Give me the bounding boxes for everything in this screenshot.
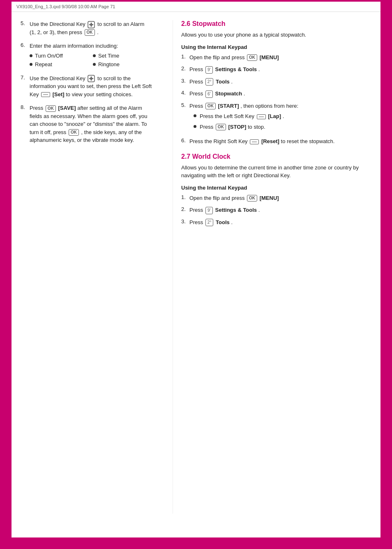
item7-softkey-label: [Set]: [53, 91, 65, 97]
item7-text3: to view your setting choices.: [66, 91, 133, 97]
r2-bold: Settings & Tools: [215, 66, 257, 72]
sub-bullet-2: Press OK [STOP] to stop.: [189, 123, 298, 131]
r-item4-num: 4.: [181, 90, 189, 96]
r6-text2: to reset the stopwatch.: [281, 138, 335, 144]
r6-bold: [Reset]: [261, 138, 279, 144]
sub-b1-text: Press the Left Soft Key [Lap] .: [200, 112, 284, 120]
directional-key-icon-7: [88, 75, 95, 82]
svg-marker-8: [90, 79, 92, 81]
section-26-intro: Allows you to use your phone as a typica…: [181, 31, 371, 39]
left-item-5: 5. Use the Directional Key: [21, 20, 152, 36]
left-item-8: 8. Press OK [SAVE] after setting all of …: [21, 104, 152, 144]
wc-item1-content: Open the flip and press OK [MENU]: [189, 194, 279, 202]
r5-bold: [START]: [218, 103, 239, 109]
wc3-key: 2°: [205, 219, 214, 226]
wc-item2-num: 2.: [181, 206, 189, 212]
right-item-5: 5. Press OK [START] , then options from …: [181, 102, 371, 134]
right-item-3: 3. Press 2° Tools .: [181, 78, 371, 86]
wc-item3-num: 3.: [181, 218, 189, 225]
r-item1-num: 1.: [181, 53, 189, 60]
directional-key-icon: [88, 21, 95, 28]
wc2-bold: Settings & Tools: [215, 207, 257, 213]
r4-text1: Press: [189, 90, 203, 97]
bullet-dot-3: [30, 63, 32, 66]
svg-marker-9: [89, 78, 90, 79]
left-item-7: 7. Use the Directional Key to scr: [21, 74, 152, 99]
svg-marker-2: [90, 25, 92, 27]
wc2-text1: Press: [189, 207, 203, 213]
item7-num: 7.: [21, 74, 30, 81]
r-item2-content: Press 9' Settings & Tools .: [189, 65, 260, 74]
r-item1-content: Open the flip and press OK [MENU]: [189, 53, 279, 62]
item8-content: Press OK [SAVE] after setting all of the…: [30, 104, 152, 144]
item6-text: Enter the alarm information including:: [30, 43, 118, 49]
svg-point-5: [90, 24, 92, 25]
r-item4-content: Press 6' Stopwatch .: [189, 90, 245, 98]
wc3-bold: Tools: [216, 219, 230, 225]
svg-marker-3: [89, 24, 90, 25]
right-item-4: 4. Press 6' Stopwatch .: [181, 90, 371, 98]
softkey-icon-reset: [250, 139, 259, 144]
wc3-text1: Press: [189, 219, 203, 225]
r-item3-num: 3.: [181, 78, 189, 84]
bullet-item-2: Set Time: [93, 52, 152, 60]
bottom-accent-bar: [0, 537, 392, 549]
wc1-bold: [MENU]: [260, 195, 279, 201]
right-column: 2.6 Stopwatch Allows you to use your pho…: [173, 20, 371, 514]
bullet-item-3: Repeat: [30, 60, 89, 69]
wc-item-3: 3. Press 2° Tools .: [181, 218, 371, 227]
r2-text1: Press: [189, 66, 203, 72]
item7-content: Use the Directional Key to scroll to the…: [30, 74, 152, 99]
content-area: 5. Use the Directional Key: [21, 20, 371, 514]
bullet-label-1: Turn On/Off: [35, 52, 63, 60]
r-item6-num: 6.: [181, 137, 189, 144]
left-column: 5. Use the Directional Key: [21, 20, 160, 514]
item8-ok-icon2: OK: [69, 129, 79, 136]
r3-key: 2°: [205, 78, 214, 86]
left-accent-bar: [0, 0, 12, 549]
wc-item-2: 2. Press 9' Settings & Tools .: [181, 206, 371, 214]
svg-marker-1: [90, 22, 92, 24]
using-internal-keypad-1: Using the Internal Keypad: [181, 44, 371, 50]
wc-item2-content: Press 9' Settings & Tools .: [189, 206, 260, 214]
wc1-ok: OK: [247, 195, 257, 202]
sub-dot-2: [194, 125, 196, 128]
item7-text: Use the Directional Key: [30, 75, 85, 81]
r3-bold: Tools: [216, 79, 230, 85]
right-accent-bar: [380, 0, 392, 549]
item6-num: 6.: [21, 42, 30, 48]
r-item2-num: 2.: [181, 65, 189, 72]
item5-text-before: Use the Directional Key: [30, 21, 85, 27]
item8-text1: Press: [30, 105, 43, 111]
bullet-label-3: Repeat: [35, 60, 52, 69]
section-27-title: 2.7 World Clock: [181, 153, 371, 160]
item5-num: 5.: [21, 20, 30, 26]
item5-end: .: [97, 29, 99, 35]
top-header: VX9100_Eng_1.3.qxd 9/30/08 10:00 AM Page…: [0, 0, 392, 12]
bullet-dot-1: [30, 54, 32, 57]
svg-point-11: [90, 78, 92, 79]
item6-bullets: Turn On/Off Set Time Repeat Rington: [30, 52, 152, 69]
item5-content: Use the Directional Key to scroll to an …: [30, 20, 152, 36]
wc-item-1: 1. Open the flip and press OK [MENU]: [181, 194, 371, 202]
r6-text1: Press the Right Soft Key: [189, 138, 248, 144]
svg-marker-7: [90, 76, 92, 78]
svg-marker-10: [92, 78, 94, 79]
item6-content: Enter the alarm information including: T…: [30, 42, 152, 69]
r3-text1: Press: [189, 79, 203, 85]
r2-key: 9': [205, 66, 213, 74]
bullet-dot-4: [93, 63, 96, 66]
r-item3-content: Press 2° Tools .: [189, 78, 233, 86]
sub-b2-text: Press OK [STOP] to stop.: [200, 123, 265, 131]
wc-item3-content: Press 2° Tools .: [189, 218, 233, 227]
r-item5-content: Press OK [START] , then options from her…: [189, 102, 298, 134]
right-item-2: 2. Press 9' Settings & Tools .: [181, 65, 371, 74]
r-item5-num: 5.: [181, 102, 189, 108]
item8-bold-label: [SAVE]: [58, 105, 76, 111]
bullet-item-4: Ringtone: [93, 60, 152, 69]
right-item-6: 6. Press the Right Soft Key [Reset] to r…: [181, 137, 371, 146]
bullet-label-2: Set Time: [98, 52, 119, 60]
r1-ok: OK: [247, 54, 257, 61]
left-item-6: 6. Enter the alarm information including…: [21, 42, 152, 69]
bullet-item-1: Turn On/Off: [30, 52, 89, 60]
